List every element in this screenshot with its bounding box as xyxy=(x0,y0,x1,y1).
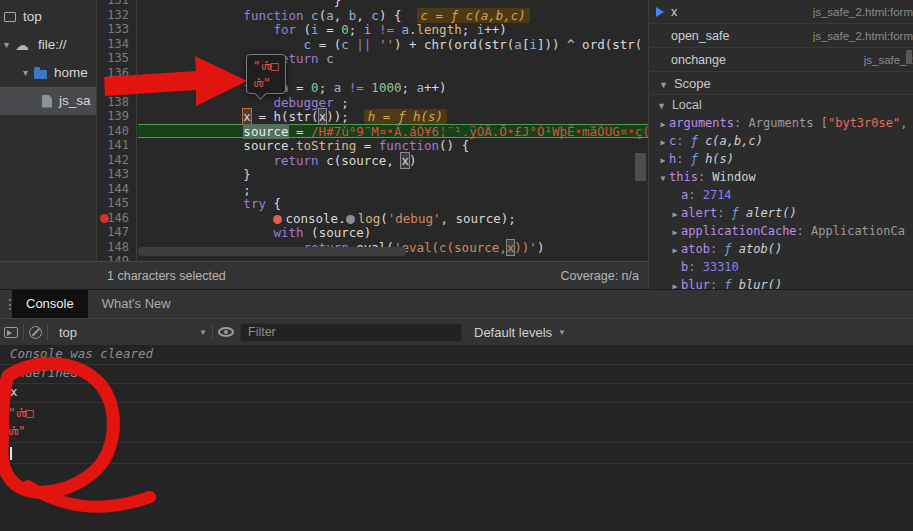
code-line-133[interactable]: for (i = 0; i != a.length; i++) xyxy=(138,22,648,37)
text-cursor xyxy=(10,447,12,460)
chevron-right-icon[interactable]: ▶ xyxy=(657,156,669,165)
execution-context-dropdown[interactable]: top ▼ xyxy=(59,325,207,340)
code-line-134[interactable]: c = (c || '') + chr(ord(str(a[i])) ^ ord… xyxy=(138,37,648,52)
scope-entry-this[interactable]: ▼this: Window xyxy=(649,170,913,188)
gutter-line-143[interactable]: 143 xyxy=(97,167,136,182)
code-line-131[interactable]: } xyxy=(138,0,648,8)
console-prompt[interactable] xyxy=(0,443,913,464)
log-levels-dropdown[interactable]: Default levels ▼ xyxy=(474,325,566,340)
chevron-right-icon[interactable]: ▶ xyxy=(657,138,669,147)
callstack-frame-x[interactable]: xjs_safe_2.html:form xyxy=(649,0,913,24)
gutter-line-148[interactable]: 148 xyxy=(97,240,136,255)
code-content[interactable]: } function c(a, b, c) { c = ƒ c(a,b,c) f… xyxy=(138,0,648,261)
callstack-frame-onchange[interactable]: onchangejs_safe_2 xyxy=(649,48,913,72)
cloud-icon: ☁ xyxy=(15,37,31,53)
variable-name: alert xyxy=(681,206,717,220)
nav-item-file[interactable]: ▾☁file:// xyxy=(0,31,96,59)
nav-item-label: file:// xyxy=(38,31,67,59)
scope-entry-applicationCache[interactable]: ▶applicationCache: ApplicationCa xyxy=(649,224,913,242)
scope-entry-h[interactable]: ▶h: ƒ h(s) xyxy=(649,152,913,170)
sidebar-scrollbar-thumb[interactable] xyxy=(906,50,912,64)
gutter-line-142[interactable]: 142 xyxy=(97,153,136,168)
vertical-scrollbar-thumb[interactable] xyxy=(635,153,646,181)
gutter-line-134[interactable]: 134 xyxy=(97,37,136,52)
expander-icon[interactable]: ▾ xyxy=(23,59,34,87)
chevron-down-icon[interactable]: ▼ xyxy=(657,174,669,183)
code-line-143[interactable]: } xyxy=(138,167,648,182)
code-line-136[interactable] xyxy=(138,66,648,81)
scope-section-header[interactable]: ▼Scope xyxy=(649,72,913,95)
scope-entry-a[interactable]: a: 2714 xyxy=(649,188,913,206)
console-result-string: "ஶ்□ஶ்" xyxy=(0,403,913,443)
scope-entry-c[interactable]: ▶c: ƒ c(a,b,c) xyxy=(649,134,913,152)
tab-whats-new[interactable]: What's New xyxy=(88,290,185,318)
gutter-line-136[interactable]: 136 xyxy=(97,66,136,81)
tooltip-value-line1: "ஶ்□ xyxy=(253,58,279,73)
chevron-right-icon[interactable]: ▶ xyxy=(657,120,669,129)
sources-panel: top▾☁file://▾homejs_sa 13113213313413513… xyxy=(0,0,913,289)
code-editor[interactable]: 1311321331341351361371381391401411421431… xyxy=(97,0,648,261)
line-number-gutter[interactable]: 1311321331341351361371381391401411421431… xyxy=(97,0,137,261)
nav-item-home[interactable]: ▾home xyxy=(0,59,96,87)
code-line-142[interactable]: return c(source, x) xyxy=(138,153,648,168)
scope-entry-b[interactable]: b: 33310 xyxy=(649,260,913,278)
gutter-line-141[interactable]: 141 xyxy=(97,138,136,153)
code-line-147[interactable]: with (source) xyxy=(138,225,648,240)
gutter-line-137[interactable]: 137 xyxy=(97,80,136,95)
nav-item-label: top xyxy=(23,3,42,31)
chevron-right-icon[interactable]: ▶ xyxy=(669,228,681,237)
folder-icon xyxy=(34,70,47,79)
code-line-132[interactable]: function c(a, b, c) { c = ƒ c(a,b,c) xyxy=(138,8,648,23)
code-line-140[interactable]: source = /H#7ù⁰9¨M¤•Ä.áÔ¥6¦¨¹.ÿÒÄ.Ō•£J°Ò… xyxy=(138,124,648,139)
clear-console-icon[interactable] xyxy=(29,326,42,339)
kebab-menu-icon[interactable]: ⋮ xyxy=(0,296,12,312)
inline-breakpoint-active[interactable] xyxy=(273,215,282,224)
callstack-frame-open_safe[interactable]: open_safejs_safe_2.html:form xyxy=(649,24,913,48)
gutter-line-133[interactable]: 133 xyxy=(97,22,136,37)
inline-breakpoint-candidate[interactable] xyxy=(346,215,355,224)
scope-entry-blur[interactable]: ▶blur: ƒ blur() xyxy=(649,278,913,289)
horizontal-scrollbar-thumb[interactable] xyxy=(138,247,406,256)
code-line-138[interactable]: debugger ; xyxy=(138,95,648,110)
chevron-right-icon[interactable]: ▶ xyxy=(669,246,681,255)
variable-name: blur xyxy=(681,278,710,289)
gutter-line-131[interactable]: 131 xyxy=(97,0,136,8)
scope-entry-atob[interactable]: ▶atob: ƒ atob() xyxy=(649,242,913,260)
gutter-line-145[interactable]: 145 xyxy=(97,196,136,211)
gutter-line-132[interactable]: 132 xyxy=(97,8,136,23)
chevron-down-icon: ▼ xyxy=(659,80,668,90)
tab-console[interactable]: Console xyxy=(12,290,88,318)
gutter-line-135[interactable]: 135 xyxy=(97,51,136,66)
code-line-137[interactable]: for (a = 0; a != 1000; a++) xyxy=(138,80,648,95)
gutter-line-146[interactable]: 146 xyxy=(97,211,136,226)
scope-entry-alert[interactable]: ▶alert: ƒ alert() xyxy=(649,206,913,224)
code-line-146[interactable]: console.log('debug', source); xyxy=(138,211,648,226)
code-line-139[interactable]: x = h(str(x)); h = ƒ h(s) xyxy=(138,109,648,124)
nav-item-jssa[interactable]: js_sa xyxy=(0,87,96,115)
chevron-right-icon[interactable]: ▶ xyxy=(669,210,681,219)
chevron-right-icon[interactable]: ▶ xyxy=(669,282,681,289)
console-message-area[interactable]: Console was clearedundefinedx"ஶ்□ஶ்" xyxy=(0,346,913,531)
code-line-141[interactable]: source.toString = function() { xyxy=(138,138,648,153)
nav-item-top[interactable]: top xyxy=(0,3,96,31)
code-line-145[interactable]: try { xyxy=(138,196,648,211)
console-toolbar: top ▼ Default levels ▼ xyxy=(0,318,913,345)
gutter-line-140[interactable]: 140 xyxy=(97,124,136,139)
toolbar-divider xyxy=(47,324,48,340)
gutter-line-149[interactable]: 149 xyxy=(97,254,136,261)
scope-local-header[interactable]: ▼Local xyxy=(649,95,913,116)
gutter-line-147[interactable]: 147 xyxy=(97,225,136,240)
expander-icon[interactable]: ▾ xyxy=(4,31,15,59)
code-line-135[interactable]: return c xyxy=(138,51,648,66)
gutter-line-144[interactable]: 144 xyxy=(97,182,136,197)
frame-location: js_safe_2.html:form xyxy=(813,6,913,18)
levels-label: Default levels xyxy=(474,325,552,340)
live-expression-eye-icon[interactable] xyxy=(218,327,234,337)
console-sidebar-icon[interactable] xyxy=(4,327,18,338)
console-filter-input[interactable] xyxy=(240,323,462,342)
gutter-line-139[interactable]: 139 xyxy=(97,109,136,124)
gutter-line-138[interactable]: 138 xyxy=(97,95,136,110)
code-line-144[interactable]: ; xyxy=(138,182,648,197)
scope-entry-arguments[interactable]: ▶arguments: Arguments ["byt3r0se", xyxy=(649,116,913,134)
chevron-down-icon: ▼ xyxy=(558,328,566,337)
